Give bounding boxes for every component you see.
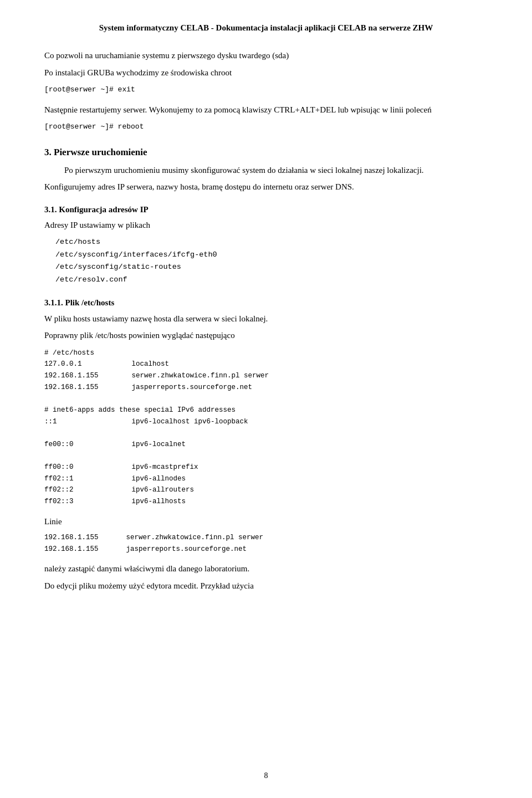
hosts-row6-ip: ff00::0 <box>44 462 132 473</box>
file-item-ifcfg: /etc/sysconfig/interfaces/ifcfg-eth0 <box>55 249 488 262</box>
file-list: /etc/hosts /etc/sysconfig/interfaces/ifc… <box>55 236 488 287</box>
hosts-row7-val: ipv6-allnodes <box>132 473 269 485</box>
linie-row2-val: jasperreports.sourceforge.net <box>126 544 264 555</box>
section31-intro: Adresy IP ustawiamy w plikach <box>44 219 488 232</box>
page-title: System informatyczny CELAB - Dokumentacj… <box>44 22 488 34</box>
linie-table: 192.168.1.155 serwer.zhwkatowice.finn.pl… <box>44 532 263 555</box>
code-exit: [root@serwer ~]# exit <box>44 84 488 96</box>
section311-para2: Poprawny plik /etc/hosts powinien wygląd… <box>44 329 488 342</box>
section3-para1: Po pierwszym uruchomieniu musimy skonfig… <box>64 164 488 177</box>
hosts-row5-ip: fe00::0 <box>44 439 132 451</box>
hosts-inet6-comment: # inet6-apps adds these special IPv6 add… <box>44 405 269 416</box>
hosts-row2-val: serwer.zhwkatowice.finn.pl serwer <box>132 370 269 382</box>
hosts-row8-ip: ff02::2 <box>44 484 132 496</box>
linie-row1-val: serwer.zhwkatowice.finn.pl serwer <box>126 532 264 544</box>
file-item-hosts: /etc/hosts <box>55 236 488 249</box>
intro-para4-text: Wykonujemy to za pomocą klawiszy CTRL+AL… <box>149 105 432 114</box>
code-reboot: [root@serwer ~]# reboot <box>44 121 488 133</box>
linie-heading: Linie <box>44 515 488 528</box>
footer-para1: należy zastąpić danymi właściwymi dla da… <box>44 562 488 575</box>
hosts-row3-val: jasperreports.sourceforge.net <box>132 382 269 393</box>
file-item-resolv: /etc/resolv.conf <box>55 274 488 287</box>
hosts-row3-ip: 192.168.1.155 <box>44 382 132 393</box>
hosts-row6-val: ipv6-mcastprefix <box>132 462 269 473</box>
hosts-row8-val: ipv6-allrouters <box>132 484 269 496</box>
linie-row1-ip: 192.168.1.155 <box>44 532 126 544</box>
hosts-row2-ip: 192.168.1.155 <box>44 370 132 382</box>
hosts-row7-ip: ff02::1 <box>44 473 132 485</box>
hosts-row1-val: localhost <box>132 359 269 370</box>
section31-heading: 3.1. Konfiguracja adresów IP <box>44 203 488 216</box>
footer-para2: Do edycji pliku możemy użyć edytora mced… <box>44 580 488 592</box>
hosts-row9-val: ipv6-allhosts <box>132 496 269 508</box>
hosts-comment-line: # /etc/hosts <box>44 347 269 359</box>
linie-row2-ip: 192.168.1.155 <box>44 544 126 555</box>
section3-para2: Konfigurujemy adres IP serwera, nazwy ho… <box>44 181 488 193</box>
section311-para1: W pliku hosts ustawiamy nazwę hosta dla … <box>44 313 488 325</box>
intro-para1: Co pozwoli na uruchamianie systemu z pie… <box>44 49 488 62</box>
hosts-code-block: # /etc/hosts 127.0.0.1 localhost 192.168… <box>44 347 269 508</box>
hosts-row5-val: ipv6-localnet <box>132 439 269 451</box>
section3-heading: 3. Pierwsze uruchomienie <box>44 145 488 160</box>
hosts-row1-ip: 127.0.0.1 <box>44 359 132 370</box>
intro-para2: Po instalacji GRUBa wychodzimy ze środow… <box>44 66 488 79</box>
intro-para3-text: Następnie restartujemy serwer. <box>44 105 147 114</box>
hosts-row4-ip: ::1 <box>44 416 132 428</box>
page-number: 8 <box>264 770 268 781</box>
intro-para3: Następnie restartujemy serwer. Wykonujem… <box>44 104 488 116</box>
hosts-row4-val: ipv6-localhost ipv6-loopback <box>132 416 269 428</box>
file-item-static: /etc/sysconfig/static-routes <box>55 261 488 274</box>
hosts-row9-ip: ff02::3 <box>44 496 132 508</box>
section311-heading: 3.1.1. Plik /etc/hosts <box>44 296 488 309</box>
